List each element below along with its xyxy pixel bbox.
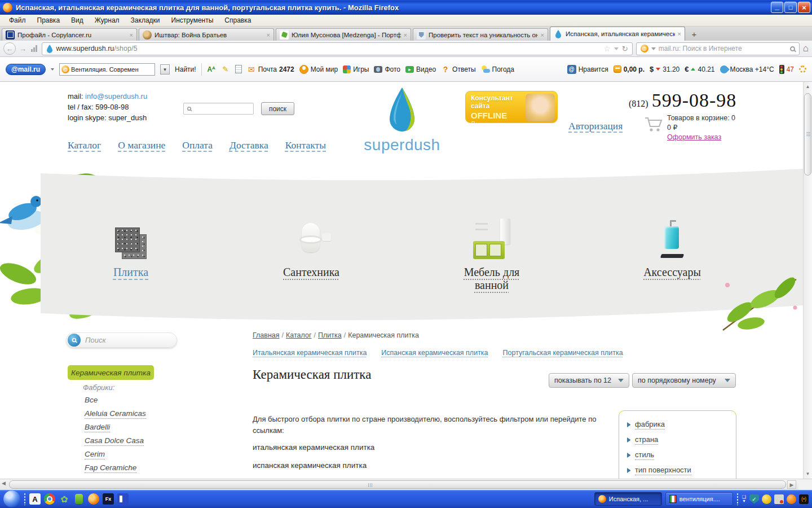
category-furniture[interactable]: Мебель для ванной xyxy=(430,213,554,292)
gear-icon[interactable] xyxy=(799,65,806,73)
filter-country[interactable]: страна xyxy=(627,435,736,445)
tab-text-check[interactable]: Проверить текст на уникальность онл... xyxy=(413,28,548,41)
answers-item[interactable]: Ответы xyxy=(441,65,475,74)
category-sanitary[interactable]: Сантехника xyxy=(249,213,373,279)
authorization-link[interactable]: Авторизация xyxy=(568,120,623,132)
toolbar-search-input[interactable] xyxy=(71,66,139,73)
network-signal-icon[interactable]: (•) xyxy=(799,494,809,504)
agent-icon[interactable] xyxy=(762,494,771,504)
tab-close-icon[interactable] xyxy=(678,30,681,37)
bookmark-star-icon[interactable] xyxy=(603,44,611,53)
stats-bars-icon[interactable] xyxy=(31,45,37,52)
cart-icon[interactable] xyxy=(644,116,663,133)
italian-tiles-text-link[interactable]: итальянская керамическая плитка xyxy=(253,443,374,452)
nav-contacts[interactable]: Контакты xyxy=(285,139,326,151)
tab-close-icon[interactable] xyxy=(130,32,133,38)
tab-ishtvar[interactable]: Иштвар: Война Братьев xyxy=(139,28,274,41)
like-item[interactable]: Нравится xyxy=(567,65,608,74)
menu-bookmarks[interactable]: Закладки xyxy=(125,15,166,25)
maximize-button[interactable] xyxy=(784,2,797,13)
site-search-button[interactable]: поиск xyxy=(261,102,294,115)
quicklaunch-text-app-icon[interactable]: A xyxy=(29,493,41,505)
weather-item[interactable]: Погода xyxy=(481,65,515,74)
tab-close-icon[interactable] xyxy=(541,32,544,38)
site-search-input[interactable] xyxy=(183,103,254,115)
task-firefox[interactable]: Испанская, ... xyxy=(594,492,662,506)
usd-rate-item[interactable]: $ 31.20 xyxy=(650,65,679,73)
filter-style[interactable]: стиль xyxy=(627,450,736,460)
update-orb-icon[interactable] xyxy=(787,494,796,504)
icq-flower-icon[interactable] xyxy=(59,493,70,505)
scroll-left-icon[interactable]: ◀ xyxy=(2,480,6,486)
printer-icon[interactable] xyxy=(774,494,784,504)
toolbar-search-box[interactable] xyxy=(59,63,155,76)
factory-link[interactable]: Fap Ceramiche xyxy=(85,463,149,472)
fx-app-icon[interactable]: Fx xyxy=(103,493,114,505)
nav-delivery[interactable]: Доставка xyxy=(230,139,268,151)
menu-edit[interactable]: Правка xyxy=(32,15,66,25)
italian-tiles-link[interactable]: Итальянская керамическая плитка xyxy=(253,349,367,357)
spanish-tiles-text-link[interactable]: испанская керамическая плитка xyxy=(253,461,367,470)
browser-search-field[interactable]: mail.ru: Поиск в Интернете xyxy=(636,42,800,55)
firefox-quicklaunch-icon[interactable] xyxy=(88,493,99,505)
sidebar-search[interactable]: Поиск xyxy=(66,332,177,348)
vertical-scrollbar-thumb[interactable] xyxy=(804,93,811,176)
crumb-tiles[interactable]: Плитка xyxy=(318,331,342,339)
crumb-catalog[interactable]: Каталог xyxy=(286,331,311,339)
filter-surface[interactable]: тип поверхности xyxy=(627,466,736,475)
video-item[interactable]: Видео xyxy=(405,65,436,73)
eur-rate-item[interactable]: € 40.21 xyxy=(685,65,714,73)
factory-link[interactable]: Cerim xyxy=(85,450,149,458)
sort-by-dropdown[interactable]: по порядковому номеру xyxy=(632,373,736,388)
tab-close-icon[interactable] xyxy=(404,32,407,38)
forward-button[interactable]: → xyxy=(19,45,27,53)
logo-text[interactable]: superdush xyxy=(323,136,482,154)
highlighter-icon[interactable] xyxy=(221,65,230,74)
games-item[interactable]: Игры xyxy=(343,65,369,73)
notepad-app-icon[interactable] xyxy=(117,493,129,505)
font-size-icon[interactable] xyxy=(207,65,216,74)
show-by-dropdown[interactable]: показывать по 12 xyxy=(549,373,629,388)
money-item[interactable]: 0,00 р. xyxy=(614,65,645,73)
engine-dropdown-icon[interactable] xyxy=(651,47,656,50)
url-dropdown-icon[interactable] xyxy=(614,47,619,50)
sidebar-category-button[interactable]: Керамическая плитка xyxy=(68,365,154,380)
category-accessories[interactable]: Аксессуары xyxy=(610,213,734,279)
horizontal-scrollbar[interactable]: ◀ ▶ xyxy=(0,479,812,490)
category-tiles[interactable]: Плитка xyxy=(69,213,193,279)
translate-page-icon[interactable] xyxy=(235,65,242,73)
scroll-up-icon[interactable]: ▲ xyxy=(805,84,811,89)
mail-item[interactable]: Почта 2472 xyxy=(247,65,294,74)
factory-link[interactable]: Casa Dolce Casa xyxy=(85,436,149,445)
filter-factory[interactable]: фабрика xyxy=(627,420,736,430)
search-magnifier-icon[interactable] xyxy=(790,46,795,51)
nav-catalog[interactable]: Каталог xyxy=(68,139,101,151)
minimize-button[interactable] xyxy=(771,2,783,13)
menu-file[interactable]: Файл xyxy=(3,15,32,25)
weather-city-item[interactable]: Москва +14°C xyxy=(720,65,774,73)
spanish-tiles-link[interactable]: Испанская керамическая плитка xyxy=(381,349,488,357)
phone-app-icon[interactable] xyxy=(73,493,85,505)
portuguese-tiles-link[interactable]: Португальская керамическая плитка xyxy=(503,349,623,357)
consultant-widget[interactable]: Консультант сайта OFFLINE Оставьте сообщ… xyxy=(465,91,558,123)
vertical-scrollbar[interactable]: ▲ ▼ xyxy=(803,82,812,479)
mailru-search-engine-icon[interactable] xyxy=(641,45,648,52)
horizontal-scrollbar-thumb[interactable] xyxy=(9,480,786,489)
chrome-icon[interactable] xyxy=(44,493,55,505)
scroll-right-icon[interactable]: ▶ xyxy=(787,480,796,489)
new-tab-button[interactable] xyxy=(687,28,701,40)
scroll-down-icon[interactable]: ▼ xyxy=(805,471,811,476)
find-button[interactable]: Найти! xyxy=(175,65,196,73)
traffic-item[interactable]: 47 xyxy=(779,65,794,74)
tab-copylancer[interactable]: Профайл - Copylancer.ru xyxy=(2,28,137,41)
tab-close-icon[interactable] xyxy=(267,32,270,38)
email-link[interactable]: info@superdush.ru xyxy=(85,92,147,100)
tab-superdush-active[interactable]: Испанская, итальянская керамическа... xyxy=(550,27,685,41)
factory-link[interactable]: Все xyxy=(85,396,149,404)
tab-medzenga[interactable]: Юлия Мусонова [Medzenga] - Портфолио xyxy=(276,28,411,41)
address-bar[interactable]: www.superdush.ru/shop/5 xyxy=(42,42,633,55)
nav-payment[interactable]: Оплата xyxy=(182,139,213,151)
factory-link[interactable]: Bardelli xyxy=(85,423,149,431)
menu-tools[interactable]: Инструменты xyxy=(166,15,219,25)
photo-item[interactable]: Фото xyxy=(374,65,400,73)
